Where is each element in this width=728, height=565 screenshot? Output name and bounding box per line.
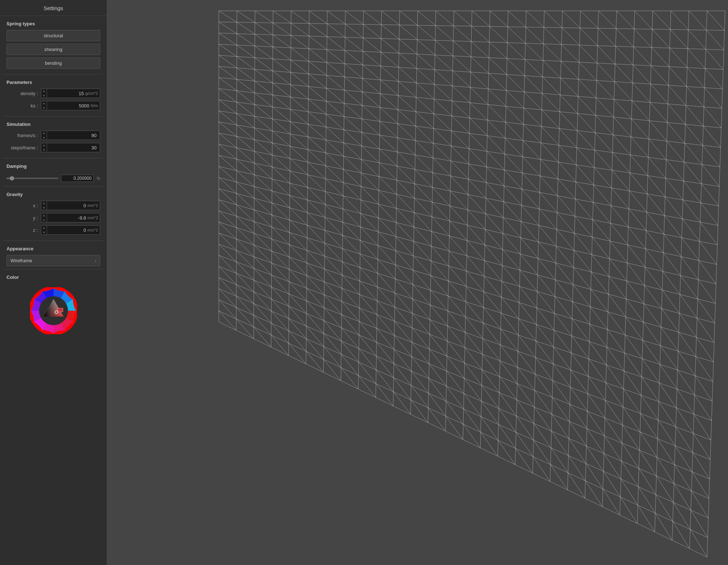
frames-label: frames/s : — [7, 133, 41, 138]
gravity-section: Gravity x : ▲ ▼ 0 m/s^2 y : ▲ ▼ -9.8 m/s… — [0, 187, 107, 241]
gy-value[interactable]: -9.8 — [47, 215, 88, 221]
wireframe-svg: // Wireframe will be drawn by JS below — [107, 0, 728, 565]
sidebar-title: Settings — [0, 0, 107, 16]
wireframe-label: Wireframe — [10, 258, 32, 263]
frames-down-arrow[interactable]: ▼ — [41, 135, 47, 140]
settings-sidebar: Settings Spring types structural shearin… — [0, 0, 107, 565]
bending-button[interactable]: bending — [7, 58, 100, 69]
color-wheel-svg[interactable] — [30, 287, 77, 334]
spring-types-section: Spring types structural shearing bending — [0, 16, 107, 74]
gy-spinbox: ▲ ▼ -9.8 m/s^2 — [41, 213, 100, 222]
gx-unit: m/s^2 — [88, 203, 100, 208]
frames-spinbox: ▲ ▼ 90 — [41, 131, 100, 140]
parameters-section: Parameters density : ▲ ▼ 15 g/cm^2 ks : … — [0, 75, 107, 116]
gy-label: y : — [7, 215, 41, 221]
density-arrows[interactable]: ▲ ▼ — [41, 89, 47, 98]
gz-unit: m/s^2 — [88, 228, 100, 232]
ks-spinbox: ▲ ▼ 5000 N/m — [41, 101, 100, 110]
gz-down-arrow[interactable]: ▼ — [41, 230, 47, 235]
frames-arrows[interactable]: ▲ ▼ — [41, 131, 47, 140]
steps-value[interactable]: 30 — [47, 145, 98, 150]
frames-row: frames/s : ▲ ▼ 90 — [7, 131, 100, 140]
gy-arrows[interactable]: ▲ ▼ — [41, 213, 47, 222]
gx-up-arrow[interactable]: ▲ — [41, 201, 47, 205]
density-down-arrow[interactable]: ▼ — [41, 93, 47, 98]
steps-row: steps/frame : ▲ ▼ 30 — [7, 143, 100, 152]
damping-section: Damping 0.200000 % — [0, 158, 107, 186]
spring-types-label: Spring types — [7, 21, 100, 26]
gy-row: y : ▲ ▼ -9.8 m/s^2 — [7, 213, 100, 222]
gy-down-arrow[interactable]: ▼ — [41, 218, 47, 222]
ks-row: ks : ▲ ▼ 5000 N/m — [7, 101, 100, 110]
gz-arrows[interactable]: ▲ ▼ — [41, 225, 47, 235]
gy-up-arrow[interactable]: ▲ — [41, 213, 47, 218]
steps-up-arrow[interactable]: ▲ — [41, 143, 47, 148]
density-row: density : ▲ ▼ 15 g/cm^2 — [7, 89, 100, 98]
damping-unit: % — [97, 176, 100, 180]
gx-spinbox: ▲ ▼ 0 m/s^2 — [41, 201, 100, 210]
gravity-label: Gravity — [7, 192, 100, 197]
damping-label: Damping — [7, 163, 100, 169]
damping-value[interactable]: 0.200000 — [61, 175, 94, 182]
simulation-label: Simulation — [7, 122, 100, 127]
parameters-label: Parameters — [7, 80, 100, 85]
simulation-section: Simulation frames/s : ▲ ▼ 90 steps/frame… — [0, 116, 107, 158]
structural-button[interactable]: structural — [7, 30, 100, 41]
color-wheel-container — [7, 284, 100, 341]
steps-label: steps/frame : — [7, 145, 41, 150]
chevron-right-icon: › — [95, 258, 96, 263]
wireframe-button[interactable]: Wireframe › — [7, 255, 100, 266]
appearance-section: Appearance Wireframe › — [0, 241, 107, 269]
gz-up-arrow[interactable]: ▲ — [41, 225, 47, 230]
density-up-arrow[interactable]: ▲ — [41, 89, 47, 93]
steps-arrows[interactable]: ▲ ▼ — [41, 143, 47, 152]
appearance-label: Appearance — [7, 246, 100, 251]
ks-arrows[interactable]: ▲ ▼ — [41, 101, 47, 110]
damping-slider-row: 0.200000 % — [7, 173, 100, 183]
ks-up-arrow[interactable]: ▲ — [41, 101, 47, 106]
color-label: Color — [7, 275, 100, 280]
density-value[interactable]: 15 — [47, 91, 85, 96]
color-section: Color — [0, 269, 107, 344]
gz-row: z : ▲ ▼ 0 m/s^2 — [7, 225, 100, 235]
gz-value[interactable]: 0 — [47, 228, 88, 233]
gx-value[interactable]: 0 — [47, 203, 88, 208]
ks-label: ks : — [7, 103, 41, 109]
density-label: density : — [7, 91, 41, 96]
steps-spinbox: ▲ ▼ 30 — [41, 143, 100, 152]
ks-value[interactable]: 5000 — [47, 103, 91, 109]
gz-label: z : — [7, 228, 41, 233]
ks-unit: N/m — [91, 103, 100, 108]
main-canvas[interactable]: // Wireframe will be drawn by JS below — [107, 0, 728, 565]
gx-row: x : ▲ ▼ 0 m/s^2 — [7, 201, 100, 210]
gx-label: x : — [7, 203, 41, 208]
svg-rect-6 — [58, 308, 63, 312]
density-spinbox: ▲ ▼ 15 g/cm^2 — [41, 89, 100, 98]
svg-rect-7 — [107, 0, 728, 565]
ks-down-arrow[interactable]: ▼ — [41, 106, 47, 110]
steps-down-arrow[interactable]: ▼ — [41, 148, 47, 152]
gz-spinbox: ▲ ▼ 0 m/s^2 — [41, 225, 100, 235]
frames-up-arrow[interactable]: ▲ — [41, 131, 47, 135]
density-unit: g/cm^2 — [85, 91, 100, 95]
gy-unit: m/s^2 — [88, 216, 100, 220]
damping-slider-thumb[interactable] — [10, 176, 14, 180]
gx-arrows[interactable]: ▲ ▼ — [41, 201, 47, 210]
damping-slider-track[interactable] — [7, 178, 58, 179]
frames-value[interactable]: 90 — [47, 133, 98, 138]
color-wheel[interactable] — [30, 287, 77, 334]
shearing-button[interactable]: shearing — [7, 44, 100, 55]
gx-down-arrow[interactable]: ▼ — [41, 205, 47, 210]
